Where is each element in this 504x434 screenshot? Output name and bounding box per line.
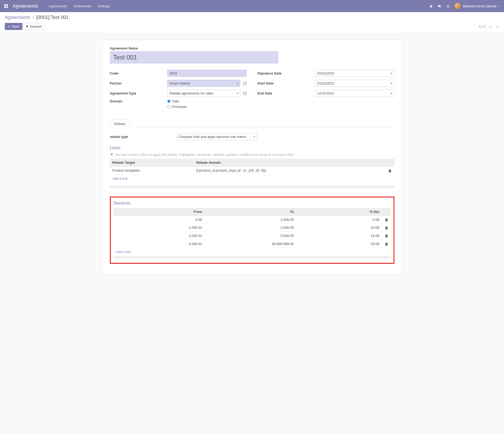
- sections-cell-to: 2,000.00: [205, 224, 296, 232]
- clock-icon[interactable]: [446, 4, 450, 8]
- tab-rebate-pane: rebate type Lines You can create a filte…: [110, 128, 394, 264]
- domain-radio-sale[interactable]: Sale: [167, 99, 247, 103]
- domain-label: Domain: [110, 99, 167, 103]
- start-input[interactable]: [315, 80, 394, 87]
- sections-add-line[interactable]: Add a line: [113, 248, 391, 256]
- domain-sale-radio[interactable]: [167, 99, 171, 103]
- avatar: [455, 3, 461, 9]
- delete-row-icon[interactable]: [382, 240, 391, 248]
- filter-icon: [110, 153, 114, 157]
- chevron-down-icon: ▾: [498, 5, 500, 8]
- delete-row-icon[interactable]: [382, 216, 391, 224]
- lines-table: Rebate Target Rebate domain Product temp…: [110, 159, 394, 175]
- apps-icon[interactable]: [4, 4, 8, 8]
- partner-label: Partner: [110, 81, 167, 85]
- form-sheet: Agreement Name Code Partner: [102, 40, 402, 275]
- pager-next-icon[interactable]: ›: [496, 24, 499, 29]
- agreement-name-input[interactable]: [110, 51, 278, 63]
- sigdate-label: Signature Date: [257, 71, 315, 75]
- lines-scroll-indicator: [110, 186, 394, 188]
- sections-cell-pct: 25.00: [296, 240, 382, 248]
- domain-purchase-radio[interactable]: [167, 105, 171, 108]
- type-label: Agreement Type: [110, 91, 167, 95]
- code-label: Code: [110, 71, 167, 75]
- domain-radio-purchase[interactable]: Purchase: [167, 105, 247, 109]
- delete-row-icon[interactable]: [385, 167, 394, 175]
- table-row[interactable]: 5,000.0199,999,999.0025.00: [113, 240, 391, 248]
- form-col-left: Code Partner Agreement Type: [110, 69, 247, 112]
- breadcrumb-root[interactable]: Agreements: [5, 15, 30, 20]
- nav-link-settings[interactable]: Settings: [98, 4, 110, 8]
- sections-cell-to: 1,000.00: [205, 216, 296, 224]
- user-name: Mitchell Admin (devel): [463, 4, 496, 8]
- sections-cell-from: 0.00: [113, 216, 205, 224]
- form-col-right: Signature Date Start Date End Date: [257, 69, 394, 112]
- chat-icon[interactable]: [438, 4, 441, 8]
- table-row[interactable]: 1,000.012,000.0010.00: [113, 224, 391, 232]
- sections-cell-from: 5,000.01: [113, 240, 205, 248]
- sections-cell-to: 5,000.00: [205, 232, 296, 240]
- end-input[interactable]: [315, 90, 394, 97]
- action-buttons: ✔ Save ✖ Discard: [5, 23, 44, 30]
- lines-cell-target: Product templates: [110, 167, 194, 175]
- rebate-type-select[interactable]: [176, 133, 257, 140]
- breadcrumb-sep: /: [33, 15, 34, 20]
- nav-link-settlements[interactable]: Settlements: [73, 4, 91, 8]
- sigdate-input[interactable]: [315, 70, 394, 77]
- pager: 1 / 1 ‹ ›: [479, 24, 499, 29]
- end-label: End Date: [257, 91, 315, 95]
- lines-add-line[interactable]: Add a line: [110, 175, 394, 182]
- table-row[interactable]: 2,000.015,000.0015.00: [113, 232, 391, 240]
- nav-link-agreements[interactable]: Agreements: [49, 4, 67, 8]
- user-menu[interactable]: Mitchell Admin (devel) ▾: [455, 3, 500, 9]
- table-row[interactable]: 0.001,000.005.00: [113, 216, 391, 224]
- sections-th-from: From: [113, 208, 205, 216]
- delete-row-icon[interactable]: [382, 224, 391, 232]
- sections-table: From To % Dto 0.001,000.005.001,000.012,…: [113, 208, 391, 248]
- nav-links: Agreements Settlements Settings: [49, 4, 429, 8]
- code-input[interactable]: [167, 70, 247, 77]
- lines-th-domain: Rebate domain: [194, 159, 385, 167]
- lines-cell-domain: [('product_id.product_tmpl_id', 'in', [2…: [194, 167, 385, 175]
- svg-point-0: [430, 5, 432, 7]
- tab-rebate[interactable]: Rebate: [110, 119, 130, 128]
- sections-cell-pct: 15.00: [296, 232, 382, 240]
- save-label: Save: [12, 24, 19, 28]
- pager-prev-icon[interactable]: ‹: [489, 24, 492, 29]
- domain-sale-label: Sale: [172, 99, 179, 103]
- sections-scroll-indicator: [113, 256, 391, 259]
- sections-highlight: Sections From To % Dto 0.001,000.005.001…: [110, 197, 394, 264]
- save-button[interactable]: ✔ Save: [5, 23, 22, 30]
- sections-cell-pct: 10.00: [296, 224, 382, 232]
- partner-input[interactable]: [167, 80, 240, 87]
- lines-hint-text: You can create a filter to apply the reb…: [115, 153, 294, 157]
- sections-cell-from: 1,000.01: [113, 224, 205, 232]
- bug-icon[interactable]: [429, 4, 433, 8]
- sections-cell-pct: 5.00: [296, 216, 382, 224]
- app-brand[interactable]: Agreements: [13, 3, 38, 9]
- delete-row-icon[interactable]: [382, 232, 391, 240]
- close-icon: ✖: [26, 25, 28, 28]
- navbar: Agreements Agreements Settlements Settin…: [0, 0, 504, 12]
- lines-hint: You can create a filter to apply the reb…: [110, 153, 394, 157]
- lines-title: Lines: [110, 145, 394, 151]
- lines-th-target: Rebate Target: [110, 159, 194, 167]
- breadcrumb: Agreements / [0001] Test 001: [5, 15, 499, 20]
- type-input[interactable]: [167, 90, 240, 97]
- table-row[interactable]: Product templates[('product_id.product_t…: [110, 167, 394, 175]
- sections-cell-to: 99,999,999.00: [205, 240, 296, 248]
- sections-th-pct: % Dto: [296, 208, 382, 216]
- start-label: Start Date: [257, 81, 315, 85]
- navbar-right: Mitchell Admin (devel) ▾: [429, 3, 500, 9]
- sections-title: Sections: [113, 201, 391, 206]
- breadcrumb-current: [0001] Test 001: [36, 15, 69, 20]
- discard-button[interactable]: ✖ Discard: [23, 23, 44, 30]
- sheet-wrap: Agreement Name Code Partner: [0, 33, 504, 290]
- name-label: Agreement Name: [110, 46, 394, 50]
- rebate-type-label: rebate type: [110, 135, 176, 139]
- external-link-icon[interactable]: [243, 81, 247, 85]
- control-panel: Agreements / [0001] Test 001 ✔ Save ✖ Di…: [0, 12, 504, 33]
- domain-purchase-label: Purchase: [172, 105, 187, 109]
- sections-cell-from: 2,000.01: [113, 232, 205, 240]
- external-link-icon[interactable]: [243, 91, 247, 95]
